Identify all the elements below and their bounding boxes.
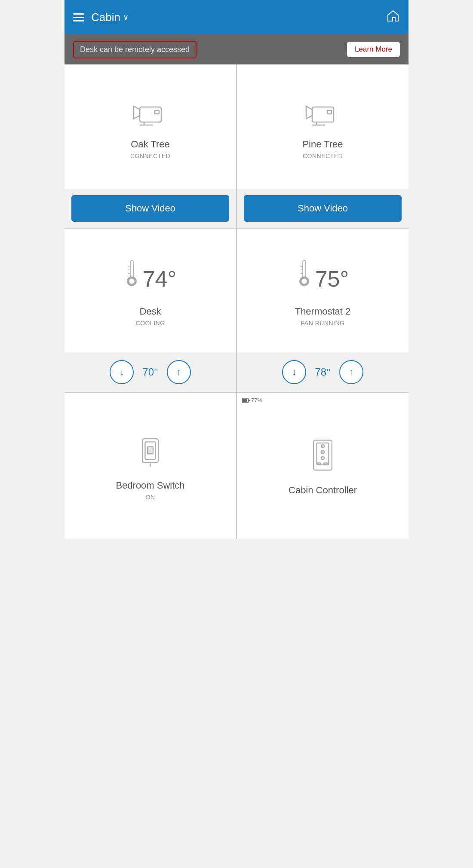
banner-text: Desk can be remotely accessed xyxy=(80,45,190,54)
svg-rect-10 xyxy=(130,260,133,278)
svg-rect-16 xyxy=(303,260,306,278)
card-content: 74° Desk COOLING xyxy=(64,229,236,352)
desk-setpoint: 70° xyxy=(142,366,158,378)
svg-rect-24 xyxy=(147,447,153,454)
card-content: Cabin Controller xyxy=(237,393,408,539)
camera-icon xyxy=(131,98,170,130)
banner: Desk can be remotely accessed Learn More xyxy=(64,34,408,64)
thermostat2-temp-down-button[interactable]: ↓ xyxy=(282,360,306,384)
cabin-controller-name: Cabin Controller xyxy=(289,485,357,496)
desk-temp: 74° xyxy=(143,266,177,292)
pine-tree-status: CONNECTED xyxy=(303,153,343,159)
pine-tree-footer: Show Video xyxy=(237,189,408,228)
banner-text-wrapper: Desk can be remotely accessed xyxy=(73,41,197,58)
thermostat2-status: FAN RUNNING xyxy=(301,320,345,327)
svg-rect-27 xyxy=(243,399,247,402)
header-left: Cabin ∨ xyxy=(73,11,129,24)
menu-button[interactable] xyxy=(73,13,84,21)
thermostat2-temp-up-button[interactable]: ↑ xyxy=(339,360,363,384)
bedroom-switch-status: ON xyxy=(146,494,155,501)
card-content: 75° Thermostat 2 FAN RUNNING xyxy=(237,229,408,352)
battery-percent: 77% xyxy=(251,397,262,403)
desk-status: COOLING xyxy=(135,320,165,327)
svg-rect-35 xyxy=(324,463,327,465)
bedroom-switch-name: Bedroom Switch xyxy=(116,480,184,491)
thermostat2-card: 75° Thermostat 2 FAN RUNNING ↓ 78° ↑ xyxy=(237,229,408,392)
oak-tree-footer: Show Video xyxy=(64,189,236,228)
svg-rect-2 xyxy=(155,110,159,114)
oak-tree-card: Oak Tree CONNECTED Show Video xyxy=(64,64,236,228)
oak-tree-name: Oak Tree xyxy=(131,139,169,150)
battery-badge: 77% xyxy=(242,397,262,403)
svg-point-18 xyxy=(301,278,307,284)
svg-rect-0 xyxy=(140,107,161,122)
switch-icon xyxy=(136,435,164,471)
svg-rect-34 xyxy=(317,463,320,465)
thermostat2-setpoint: 78° xyxy=(315,366,330,378)
location-selector[interactable]: Cabin ∨ xyxy=(91,11,129,24)
location-name: Cabin xyxy=(91,11,120,24)
desk-temp-up-button[interactable]: ↑ xyxy=(167,360,191,384)
svg-point-33 xyxy=(321,456,324,459)
bedroom-switch-card: Bedroom Switch ON xyxy=(64,393,236,539)
svg-point-12 xyxy=(129,278,135,284)
svg-rect-28 xyxy=(249,400,250,401)
chevron-down-icon: ∨ xyxy=(123,12,129,22)
svg-marker-6 xyxy=(306,106,312,119)
card-content: Bedroom Switch ON xyxy=(64,393,236,539)
card-content: Pine Tree CONNECTED xyxy=(237,64,408,189)
pine-tree-name: Pine Tree xyxy=(302,139,343,150)
thermometer-icon xyxy=(124,259,139,290)
pine-tree-show-video-button[interactable]: Show Video xyxy=(244,195,402,222)
thermostat2-temp: 75° xyxy=(315,266,349,292)
desk-controls: ↓ 70° ↑ xyxy=(64,352,236,392)
oak-tree-status: CONNECTED xyxy=(130,153,170,159)
card-content: Oak Tree CONNECTED xyxy=(64,64,236,189)
home-button[interactable] xyxy=(386,9,400,26)
cabin-controller-card: 77% Cabin Controller xyxy=(237,393,408,539)
svg-rect-7 xyxy=(327,110,332,114)
header: Cabin ∨ xyxy=(64,0,408,34)
svg-marker-1 xyxy=(134,106,140,119)
desk-name: Desk xyxy=(139,306,161,317)
svg-rect-5 xyxy=(312,107,334,122)
oak-tree-show-video-button[interactable]: Show Video xyxy=(71,195,229,222)
learn-more-button[interactable]: Learn More xyxy=(347,42,400,57)
thermostat2-controls: ↓ 78° ↑ xyxy=(237,352,408,392)
camera-icon xyxy=(304,98,342,130)
device-grid: Oak Tree CONNECTED Show Video Pine Tree … xyxy=(64,64,408,539)
thermostat2-name: Thermostat 2 xyxy=(295,306,351,317)
svg-point-31 xyxy=(321,444,324,447)
desk-temp-down-button[interactable]: ↓ xyxy=(110,360,134,384)
thermostat-display: 74° xyxy=(124,259,177,299)
thermostat2-display: 75° xyxy=(297,259,349,299)
svg-point-32 xyxy=(321,450,324,453)
thermometer-icon xyxy=(297,259,312,290)
pine-tree-card: Pine Tree CONNECTED Show Video xyxy=(237,64,408,228)
desk-thermostat-card: 74° Desk COOLING ↓ 70° ↑ xyxy=(64,229,236,392)
controller-icon xyxy=(309,438,337,476)
